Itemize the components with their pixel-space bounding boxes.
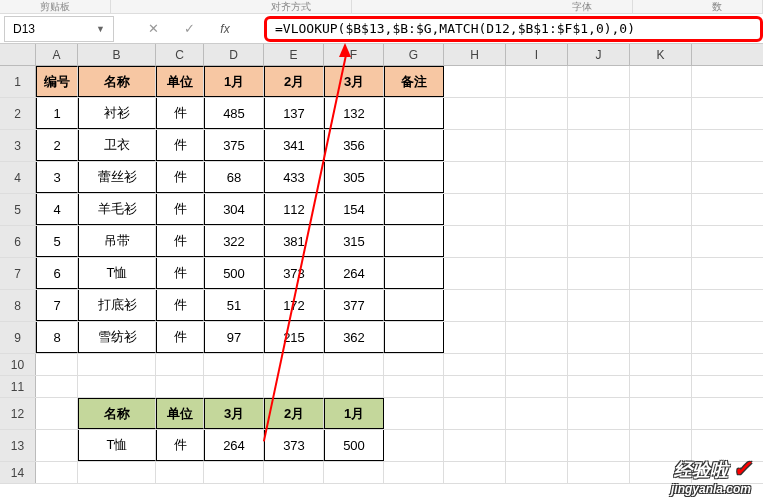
cell-E3[interactable]: 341	[264, 130, 324, 161]
cell-D1[interactable]: 1月	[204, 66, 264, 97]
cell-H2[interactable]	[444, 98, 506, 129]
col-header-G[interactable]: G	[384, 44, 444, 65]
cell-F6[interactable]: 315	[324, 226, 384, 257]
cell-J9[interactable]	[568, 322, 630, 353]
cell-G6[interactable]	[384, 226, 444, 257]
cell-D3[interactable]: 375	[204, 130, 264, 161]
cell-C9[interactable]: 件	[156, 322, 204, 353]
row-header-6[interactable]: 6	[0, 226, 36, 257]
cell-C13[interactable]: 件	[156, 430, 204, 461]
cell-H5[interactable]	[444, 194, 506, 225]
row-header-8[interactable]: 8	[0, 290, 36, 321]
cell-H3[interactable]	[444, 130, 506, 161]
cell-G4[interactable]	[384, 162, 444, 193]
cell-I5[interactable]	[506, 194, 568, 225]
cell-A9[interactable]: 8	[36, 322, 78, 353]
cell-H8[interactable]	[444, 290, 506, 321]
cell-F13[interactable]: 500	[324, 430, 384, 461]
cell-E13[interactable]: 373	[264, 430, 324, 461]
cell-A6[interactable]: 5	[36, 226, 78, 257]
col-header-H[interactable]: H	[444, 44, 506, 65]
cell-C12[interactable]: 单位	[156, 398, 204, 429]
cell-A4[interactable]: 3	[36, 162, 78, 193]
col-header-F[interactable]: F	[324, 44, 384, 65]
cell-I6[interactable]	[506, 226, 568, 257]
cell-A5[interactable]: 4	[36, 194, 78, 225]
cell-F1[interactable]: 3月	[324, 66, 384, 97]
cell-I8[interactable]	[506, 290, 568, 321]
cell-E4[interactable]: 433	[264, 162, 324, 193]
cell-D8[interactable]: 51	[204, 290, 264, 321]
fx-icon[interactable]: fx	[216, 20, 234, 38]
cancel-icon[interactable]: ✕	[144, 20, 162, 38]
cell-C3[interactable]: 件	[156, 130, 204, 161]
cell-B13[interactable]: T恤	[78, 430, 156, 461]
cell-C7[interactable]: 件	[156, 258, 204, 289]
col-header-E[interactable]: E	[264, 44, 324, 65]
cell-B5[interactable]: 羊毛衫	[78, 194, 156, 225]
cell-F5[interactable]: 154	[324, 194, 384, 225]
cell-C8[interactable]: 件	[156, 290, 204, 321]
row-header-4[interactable]: 4	[0, 162, 36, 193]
cell-D7[interactable]: 500	[204, 258, 264, 289]
cell-K9[interactable]	[630, 322, 692, 353]
cell-B12[interactable]: 名称	[78, 398, 156, 429]
cell-H7[interactable]	[444, 258, 506, 289]
cell-K6[interactable]	[630, 226, 692, 257]
cell-A12[interactable]	[36, 398, 78, 429]
col-header-C[interactable]: C	[156, 44, 204, 65]
cell-I3[interactable]	[506, 130, 568, 161]
row-header-7[interactable]: 7	[0, 258, 36, 289]
cell-F4[interactable]: 305	[324, 162, 384, 193]
cell-B4[interactable]: 蕾丝衫	[78, 162, 156, 193]
cell-H4[interactable]	[444, 162, 506, 193]
cell-G7[interactable]	[384, 258, 444, 289]
cell-J1[interactable]	[568, 66, 630, 97]
cell-A13[interactable]	[36, 430, 78, 461]
row-header-13[interactable]: 13	[0, 430, 36, 461]
row-header-1[interactable]: 1	[0, 66, 36, 97]
confirm-icon[interactable]: ✓	[180, 20, 198, 38]
cell-E9[interactable]: 215	[264, 322, 324, 353]
cell-E1[interactable]: 2月	[264, 66, 324, 97]
cell-B2[interactable]: 衬衫	[78, 98, 156, 129]
cell-I4[interactable]	[506, 162, 568, 193]
row-header-10[interactable]: 10	[0, 354, 36, 375]
cell-B3[interactable]: 卫衣	[78, 130, 156, 161]
col-header-B[interactable]: B	[78, 44, 156, 65]
row-header-14[interactable]: 14	[0, 462, 36, 483]
cell-B6[interactable]: 吊带	[78, 226, 156, 257]
row-header-2[interactable]: 2	[0, 98, 36, 129]
cell-A3[interactable]: 2	[36, 130, 78, 161]
cell-A7[interactable]: 6	[36, 258, 78, 289]
cell-J5[interactable]	[568, 194, 630, 225]
cell-B9[interactable]: 雪纺衫	[78, 322, 156, 353]
cell-F3[interactable]: 356	[324, 130, 384, 161]
cell-D6[interactable]: 322	[204, 226, 264, 257]
cell-G9[interactable]	[384, 322, 444, 353]
col-header-J[interactable]: J	[568, 44, 630, 65]
cell-A8[interactable]: 7	[36, 290, 78, 321]
col-header-K[interactable]: K	[630, 44, 692, 65]
cell-G2[interactable]	[384, 98, 444, 129]
col-header-I[interactable]: I	[506, 44, 568, 65]
name-box[interactable]: D13 ▼	[4, 16, 114, 42]
cell-C6[interactable]: 件	[156, 226, 204, 257]
cell-D12[interactable]: 3月	[204, 398, 264, 429]
cell-C1[interactable]: 单位	[156, 66, 204, 97]
cell-E2[interactable]: 137	[264, 98, 324, 129]
cell-D13[interactable]: 264	[204, 430, 264, 461]
cell-I9[interactable]	[506, 322, 568, 353]
row-header-12[interactable]: 12	[0, 398, 36, 429]
cell-K2[interactable]	[630, 98, 692, 129]
cell-F12[interactable]: 1月	[324, 398, 384, 429]
cell-E6[interactable]: 381	[264, 226, 324, 257]
name-box-dropdown-icon[interactable]: ▼	[96, 24, 105, 34]
cell-A2[interactable]: 1	[36, 98, 78, 129]
cell-F7[interactable]: 264	[324, 258, 384, 289]
cell-J6[interactable]	[568, 226, 630, 257]
cell-K1[interactable]	[630, 66, 692, 97]
cell-I7[interactable]	[506, 258, 568, 289]
cell-G8[interactable]	[384, 290, 444, 321]
cell-E7[interactable]: 373	[264, 258, 324, 289]
